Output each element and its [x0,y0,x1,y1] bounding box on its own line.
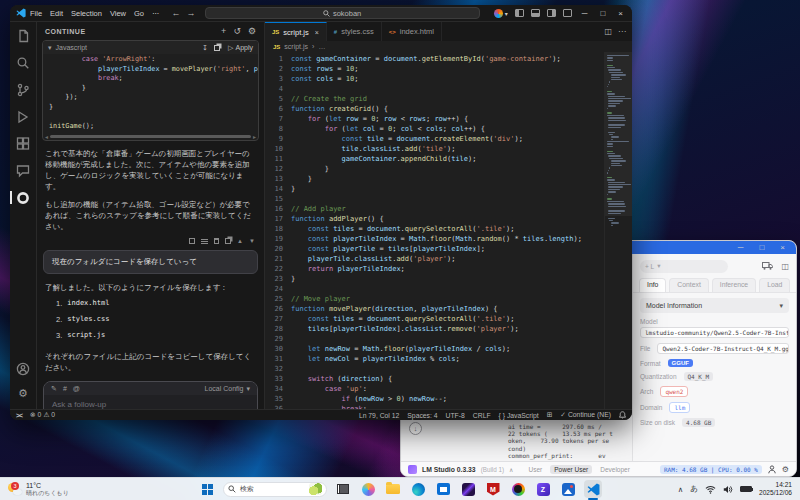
lm-model-search-input[interactable]: + L ▾ [640,260,728,273]
model-information-header[interactable]: Model Information ▾ [640,298,789,313]
code-line[interactable]: 6function createGrid() { [265,104,604,114]
code-line[interactable]: 20 const playerTile = tiles[playerTileIn… [265,244,604,254]
code-line[interactable]: 24 [265,284,604,294]
mode-user-button[interactable]: User [525,465,547,474]
mode-power-user-button[interactable]: Power User [550,465,592,474]
tab-stylescss[interactable]: # styles.css [327,22,382,41]
lm-close-icon[interactable]: × [777,243,788,252]
weather-widget[interactable]: 3 11°C 晴れのちくもり [0,478,77,500]
code-line[interactable]: 26function movePlayer(direction, playerT… [265,304,604,314]
source-control-icon[interactable] [16,82,31,97]
extension-status-icon[interactable]: ⊞ [547,411,553,419]
expand-icon[interactable] [189,238,195,244]
insert-at-cursor-icon[interactable]: ↧ [202,44,208,52]
history-icon[interactable]: ↺ [233,26,241,36]
code-line[interactable]: 36 break; [265,404,604,409]
extensions-icon[interactable] [16,136,31,151]
toggle-panel-icon[interactable] [531,9,540,17]
code-line[interactable]: 9 const tile = document.createElement('d… [265,134,604,144]
photos-app-button[interactable] [559,480,577,498]
edge-button[interactable] [409,480,427,498]
indentation-status[interactable]: Spaces: 4 [407,412,437,419]
menu-selection[interactable]: Selection [71,9,102,18]
file-explorer-button[interactable] [384,480,402,498]
code-line[interactable]: 31 let newCol = playerTileIndex % cols; [265,354,604,364]
code-line[interactable]: 16// Add player [265,204,604,214]
lmstudio-app-button[interactable] [459,480,477,498]
code-line[interactable]: 19 const playerTileIndex = Math.floor(Ma… [265,234,604,244]
task-view-button[interactable] [334,480,352,498]
continue-status[interactable]: ✓ Continue (NE) [560,411,611,419]
chat-icon[interactable] [16,163,31,178]
menu-view[interactable]: View [110,9,126,18]
chat-input[interactable]: Ask a follow-up [44,395,257,409]
caret-up-icon[interactable]: ∧ [509,466,513,473]
code-line[interactable]: 13 } [265,174,604,184]
search-sidebar-icon[interactable] [16,55,31,70]
code-line[interactable]: 32 [265,364,604,374]
vscode-taskbar-button[interactable] [584,480,602,498]
code-line[interactable]: 2const rows = 10; [265,64,604,74]
lm-tab-load[interactable]: Load [759,278,790,292]
media-app-button[interactable] [509,480,527,498]
code-line[interactable]: 14} [265,184,604,194]
vs-minimize-icon[interactable]: ─ [579,9,591,18]
tab-scriptjs[interactable]: JS script.js × [265,22,327,41]
split-editor-icon[interactable]: ◫ [604,27,612,36]
lm-tab-info[interactable]: Info [639,278,666,292]
code-line[interactable]: 7 for (let row = 0; row < rows; row++) { [265,114,604,124]
code-line[interactable]: 12 } [265,164,604,174]
run-debug-icon[interactable] [16,109,31,124]
clock-widget[interactable]: 14:21 2025/12/06 [759,481,792,497]
customize-layout-icon[interactable] [563,9,572,17]
notifications-bell-icon[interactable] [619,411,626,419]
thumbs-up-icon[interactable]: ▲ [237,238,243,244]
code-line[interactable]: 4 [265,84,604,94]
problems-status[interactable]: ⊗ 0 ⚠ 0 [30,411,55,419]
explorer-icon[interactable] [16,28,31,43]
new-session-icon[interactable]: + [221,26,226,36]
minimap[interactable] [604,52,632,409]
ime-indicator[interactable]: あ [690,484,698,494]
lm-tab-inference[interactable]: Inference [712,278,756,292]
menu-more-icon[interactable]: ⋯ [152,9,160,18]
nav-back-icon[interactable]: ← [172,8,181,18]
language-mode[interactable]: { } JavaScript [499,412,539,419]
eol-status[interactable]: CRLF [473,412,491,419]
code-line[interactable]: 8 for (let col = 0; col < cols; col++) { [265,124,604,134]
lm-tab-context[interactable]: Context [669,278,708,292]
copy-code-icon[interactable] [214,45,220,51]
code-line[interactable]: 11 gameContainer.appendChild(tile); [265,154,604,164]
code-line[interactable]: 33 switch (direction) { [265,374,604,384]
encoding-status[interactable]: UTF-8 [446,412,465,419]
accounts-icon[interactable] [16,361,31,376]
split-columns-icon[interactable]: ◫ [781,262,789,271]
copy-message-icon[interactable] [225,238,231,244]
edit-icon[interactable]: ✎ [51,385,57,393]
vs-close-icon[interactable]: × [615,9,626,18]
code-line[interactable]: 29 [265,334,604,344]
show-hidden-icons-button[interactable]: ∧ [678,485,684,494]
taskbar-search-box[interactable]: 検索 [223,482,327,497]
toggle-sidebar-icon[interactable] [515,9,524,17]
code-line[interactable]: 21 playerTile.classList.add('player'); [265,254,604,264]
context-icon[interactable]: # [63,385,67,392]
code-line[interactable]: 30 let newRow = Math.floor(playerTileInd… [265,344,604,354]
volume-icon[interactable] [723,485,733,494]
nav-forward-icon[interactable]: → [187,8,196,18]
apply-button[interactable]: ▷Apply [228,44,253,52]
minimap-slider[interactable] [605,52,632,216]
scroll-right-icon[interactable]: ▸ [253,133,256,140]
vscode-titlebar[interactable]: File Edit Selection View Go ⋯ ← → sokoba… [10,5,632,22]
close-tab-icon[interactable]: × [315,29,319,36]
code-line[interactable]: 10 tile.classList.add('tile'); [265,144,604,154]
copilot-app-button[interactable] [359,480,377,498]
toggle-secondary-sidebar-icon[interactable] [547,9,556,17]
continue-extension-icon[interactable] [16,190,31,205]
wifi-icon[interactable] [705,485,716,494]
code-line[interactable]: 17function addPlayer() { [265,214,604,224]
start-button[interactable] [198,480,216,498]
tab-indexhtml[interactable]: <> index.html [382,22,442,41]
thumbs-down-icon[interactable]: ▼ [249,238,255,244]
user-icon[interactable] [768,465,776,474]
